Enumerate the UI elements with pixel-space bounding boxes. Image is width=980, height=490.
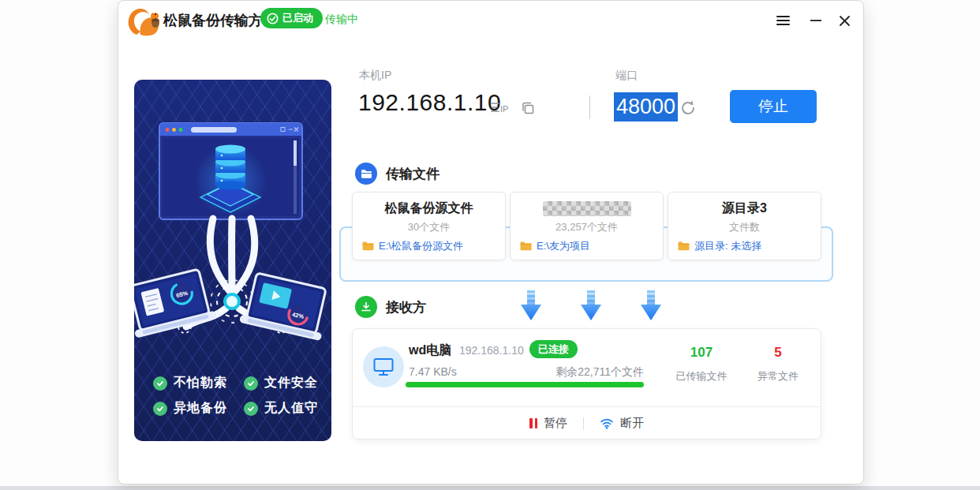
card-path[interactable]: E:\友为项目 [520,239,653,253]
card-title: 源目录3 [678,200,811,218]
card-path[interactable]: 源目录: 未选择 [678,239,811,253]
port-input[interactable]: 48000 [614,92,678,122]
switch-ip-icon[interactable]: IP [491,101,511,115]
receiver-section-header: 接收方 [355,296,426,318]
transfer-section-title: 传输文件 [386,165,440,183]
card-file-count: 30个文件 [362,220,496,234]
card-file-count: 23,257个文件 [520,220,653,234]
menu-button[interactable] [772,10,794,31]
port-label: 端口 [615,69,638,83]
device-ip: 192.168.1.10 [459,344,524,357]
transfer-arrow-icon [520,290,542,321]
minimize-icon [810,20,821,21]
disconnect-label: 断开 [620,416,644,431]
divider [583,417,584,430]
transferred-stat: 107 已传输文件 [666,345,737,383]
transfer-card-3[interactable]: 源目录3 文件数 源目录: 未选择 [668,192,821,260]
error-count: 5 [746,345,810,361]
progress-bar [406,382,644,387]
monitor-icon [373,357,394,376]
feature-badge: 无人值守 [244,400,318,417]
transferred-count: 107 [666,345,737,361]
progress-fill [406,382,644,387]
check-icon [244,376,258,391]
svg-text:IP: IP [500,104,508,114]
refresh-port-icon[interactable] [679,99,698,118]
stop-button[interactable]: 停止 [730,90,817,123]
pause-label: 暂停 [544,416,567,431]
card-path-text: E:\友为项目 [537,239,590,253]
transfer-card-2[interactable]: 23,257个文件 E:\友为项目 [510,192,664,260]
card-title-censored [520,200,653,218]
titlebar: 松鼠备份传输方 已启动 传输中 [118,1,863,42]
receiver-card: wd电脑 192.168.1.10 已连接 7.47 KB/s 剩余22,711… [352,328,821,440]
receiver-section-title: 接收方 [386,298,426,316]
folder-circle-icon [355,163,377,185]
transfer-status-text: 传输中 [325,13,358,27]
local-ip-value: 192.168.1.10 [358,89,501,116]
desktop-edge [0,486,980,490]
device-avatar [363,346,404,387]
minimize-button[interactable] [805,10,827,31]
illustration-panel: 65% 42% 不怕勒索 文件安全 [134,80,331,441]
hamburger-icon [776,13,790,28]
feature-badge: 异地备份 [153,400,227,417]
app-title: 松鼠备份传输方 [163,11,263,30]
feature-label: 异地备份 [174,400,227,417]
transfer-speed: 7.47 KB/s [409,365,457,378]
status-badge: 已启动 [260,8,323,28]
feature-badge: 文件安全 [244,375,318,391]
close-button[interactable] [833,10,855,31]
folder-icon [520,241,532,251]
card-path[interactable]: E:\松鼠备份源文件 [362,239,496,253]
feature-badge: 不怕勒索 [153,375,227,391]
connection-status-badge: 已连接 [529,340,578,358]
card-path-text: 源目录: 未选择 [694,239,761,253]
remaining-files: 剩余22,711个文件 [466,365,644,380]
check-icon [153,376,167,391]
card-title: 松鼠备份源文件 [362,200,496,218]
transfer-cards: 松鼠备份源文件 30个文件 E:\松鼠备份源文件 23,257个文件 E:\友为… [352,192,821,260]
feature-label: 无人值守 [264,400,318,417]
transfer-arrow-icon [640,290,662,321]
download-circle-icon [355,296,377,318]
divider [589,95,590,119]
copy-ip-icon[interactable] [521,101,535,115]
error-stat: 5 异常文件 [746,345,810,383]
close-icon [839,15,851,27]
transferred-label: 已传输文件 [666,369,737,383]
card-path-text: E:\松鼠备份源文件 [379,239,463,253]
folder-icon [362,241,374,251]
transfer-section-header: 传输文件 [355,163,440,185]
app-window: 松鼠备份传输方 已启动 传输中 [118,0,864,484]
squirrel-logo-icon [125,3,163,39]
folder-icon [678,241,690,251]
receiver-card-footer: 暂停 断开 [353,406,821,440]
feature-label: 不怕勒索 [174,375,227,391]
feature-label: 文件安全 [264,375,318,391]
status-badge-label: 已启动 [282,11,313,25]
transfer-arrow-icon [580,290,602,321]
pause-button[interactable]: 暂停 [529,416,567,431]
disconnect-button[interactable]: 断开 [600,416,644,431]
error-label: 异常文件 [746,369,810,383]
wifi-icon [600,417,614,429]
censored-blur [543,201,631,216]
device-name: wd电脑 [409,342,451,359]
pause-icon [529,418,537,428]
check-icon [244,402,258,416]
transfer-card-1[interactable]: 松鼠备份源文件 30个文件 E:\松鼠备份源文件 [352,192,506,260]
check-icon [153,402,167,416]
local-ip-label: 本机IP [359,69,391,83]
check-circle-icon [267,13,279,24]
card-file-count: 文件数 [678,220,811,234]
